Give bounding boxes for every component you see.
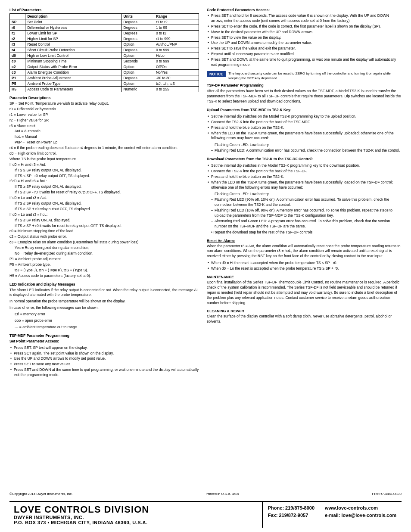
led-section: LED Indication and Display Messages The … xyxy=(9,282,199,330)
footer-left: LOVE CONTROLS DIVISION DWYER INSTRUMENTS… xyxy=(9,502,262,528)
upload-bullets: Set the internal dip switches on the Mod… xyxy=(207,114,402,141)
download-repeat: • Repeat the download step for the rest … xyxy=(207,230,402,235)
phone-label: Phone: 219/879-8000 xyxy=(268,504,314,512)
download-section: Download Parameters from the TS2-K to th… xyxy=(207,157,402,235)
footer-sub: DWYER INSTRUMENTS, INC. xyxy=(14,515,258,520)
download-bullets: Set the internal dip switches in the Mod… xyxy=(207,163,402,190)
led-body2: In normal operation the probe temperatur… xyxy=(9,299,199,304)
param-table-section: List of Parameters Description Units Ran… xyxy=(9,8,199,92)
reset-alarm-body: When the parameter r3 = Aut, the alarm c… xyxy=(207,244,402,259)
cleaning-section: CLEANING & REPAIR Clean the surface of t… xyxy=(207,309,402,324)
notice-box: NOTICE The keyboard security code can be… xyxy=(207,71,402,81)
right-column: Code Protected Parameters Access: Press … xyxy=(207,8,402,490)
footer-contact: Phone: 219/879-8000 Fax: 219/872-9057 xyxy=(263,502,320,528)
footer-logo: LOVE CONTROLS DIVISION xyxy=(14,504,258,515)
code-protected-bullets: Press SET and hold for 8 seconds. The ac… xyxy=(207,13,402,68)
copyright-row: ©Copyright 2014 Dwyer Instruments, Inc. … xyxy=(9,492,402,496)
param-desc-section: Parameter Descriptions SP = Set Point. T… xyxy=(9,96,199,279)
printed-text: Printed in U.S.A. 4/14 xyxy=(206,492,239,496)
upload-sub-bullets: Flashing Green LED: Low battery.Flashing… xyxy=(207,143,402,153)
col-header-range: Range xyxy=(154,14,199,19)
param-desc-lines: SP = Set Point. Temperature we wish to a… xyxy=(9,101,199,279)
download-title: Download Parameters from the TS2-K to th… xyxy=(207,157,402,162)
left-column: List of Parameters Description Units Ran… xyxy=(9,8,199,490)
reset-alarm-title: Reset An Alarm: xyxy=(207,239,402,243)
col-header-code xyxy=(10,14,25,19)
web-label: www.love-controls.com xyxy=(325,504,396,512)
upload-section: Upload Parameters from TSF-MDF to TS2-K … xyxy=(207,108,402,153)
cleaning-body: Clean the surface of the display control… xyxy=(207,314,402,324)
upload-title: Upload Parameters from TSF-MDF to TS2-K … xyxy=(207,108,402,113)
tsf-df-title: TSF-DF Parameter Programming xyxy=(207,83,402,87)
copyright-text: ©Copyright 2014 Dwyer Instruments, Inc. xyxy=(9,492,72,496)
reset-bullets: When d0 = Hi the reset is accepted when … xyxy=(207,261,402,271)
cleaning-title: CLEANING & REPAIR xyxy=(207,309,402,313)
fax-label: Fax: 219/872-9057 xyxy=(268,512,314,520)
led-title: LED Indication and Display Messages xyxy=(9,282,199,286)
code-protected-section: Code Protected Parameters Access: Press … xyxy=(207,8,402,68)
tsf-mdf-section: TSF-MDF Parameter Programming Set Point … xyxy=(9,333,199,378)
param-desc-title: Parameter Descriptions xyxy=(9,96,199,100)
param-table-title: List of Parameters xyxy=(9,8,199,12)
led-body1: The Alarm LED indicates if the relay out… xyxy=(9,288,199,298)
col-header-units: Units xyxy=(121,14,154,19)
download-sub-bullets: Flashing Green LED: Low battery.Flashing… xyxy=(207,192,402,229)
tsf-df-section: TSF-DF Parameter Programming After all t… xyxy=(207,83,402,104)
email-label: e-mail: love@love-controls.com xyxy=(325,512,396,520)
code-protected-title: Code Protected Parameters Access: xyxy=(207,8,402,12)
page: List of Parameters Description Units Ran… xyxy=(0,0,411,532)
notice-label: NOTICE xyxy=(207,71,226,77)
reset-alarm-section: Reset An Alarm: When the parameter r3 = … xyxy=(207,239,402,271)
notice-text: The keyboard security code can be reset … xyxy=(228,71,402,81)
col-header-desc: Description xyxy=(25,14,121,19)
main-content: List of Parameters Description Units Ran… xyxy=(9,8,402,490)
tsf-mdf-title: TSF-MDF Parameter Programming xyxy=(9,333,199,338)
maintenance-body: Upon final installation of the Series TS… xyxy=(207,280,402,305)
set-point-bullets: Press SET. SP text will appear on the di… xyxy=(9,345,199,378)
set-point-access-title: Set Point Parameter Access: xyxy=(9,339,199,344)
maintenance-section: MAINTENANCE Upon final installation of t… xyxy=(207,275,402,305)
maintenance-title: MAINTENANCE xyxy=(207,275,402,279)
footer-bar: LOVE CONTROLS DIVISION DWYER INSTRUMENTS… xyxy=(9,501,402,528)
tsf-df-body: After all the parameters have been set t… xyxy=(207,89,402,104)
led-body3: In case of error, the following messages… xyxy=(9,305,199,311)
footer-web: www.love-controls.com e-mail: love@love-… xyxy=(320,502,402,528)
footer-addr: P.O. BOX 373 • MICHIGAN CITY, INDIANA 46… xyxy=(14,520,258,525)
fr-text: FR# R7-444144-00 xyxy=(372,492,402,496)
param-table: Description Units Range SPSet PointDegre… xyxy=(9,13,199,92)
led-errors: Erl = memory errorooo = open probe error… xyxy=(9,312,199,330)
